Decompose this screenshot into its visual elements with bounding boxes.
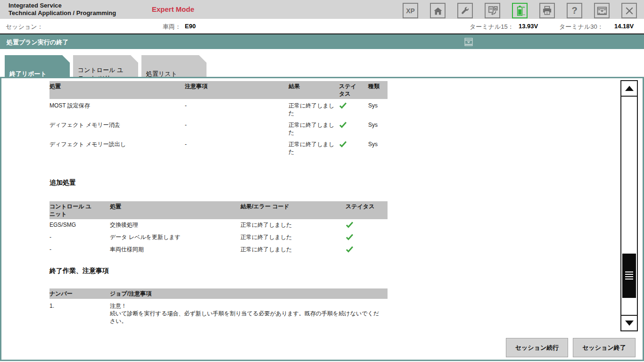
success-check-icon xyxy=(339,141,347,149)
svg-text:+: + xyxy=(522,5,525,9)
col-header-status: ステイ タス xyxy=(339,81,368,99)
type-cell: Sys xyxy=(368,139,388,149)
col-header-number: ナンバー xyxy=(50,288,110,299)
status-cell xyxy=(346,220,388,231)
scroll-up-button[interactable] xyxy=(621,81,637,97)
service-functions-button[interactable] xyxy=(457,3,473,18)
home-icon xyxy=(432,5,444,16)
col-header-measure: 処置 xyxy=(50,81,185,91)
result-cell: 正常に終了しました xyxy=(240,220,346,230)
scrollbar-thumb[interactable] xyxy=(622,254,636,298)
success-check-icon xyxy=(346,246,354,255)
measure-cell: ディフェクト メモリー消去 xyxy=(50,120,185,130)
table-row: 1. 注意！ 続いて診断を実行する場合、必ず新しい手順を割り当てる必要があります… xyxy=(50,299,388,326)
col-header-type: 種類 xyxy=(368,81,388,91)
page-title-bar: 処置プラン実行の終了 xyxy=(0,34,644,49)
switch-display-button[interactable] xyxy=(485,3,500,18)
close-button[interactable] xyxy=(621,3,637,18)
additional-measures-table: コントロール ユ ニット 処置 結果/エラー コード ステイタス EGS/SMG… xyxy=(50,201,388,256)
success-check-icon xyxy=(339,122,347,130)
terminal15-label: ターミナル15： xyxy=(470,23,514,31)
additional-measures-heading: 追加処置 xyxy=(50,179,76,187)
measure-cell: ディフェクト メモリー読出し xyxy=(50,139,185,149)
scroll-down-button[interactable] xyxy=(621,315,637,330)
measure-cell: 交換後処理 xyxy=(110,220,240,230)
unit-cell: - xyxy=(50,244,110,255)
note-cell: - xyxy=(185,100,289,111)
session-label: セッション： xyxy=(6,23,43,31)
vertical-scrollbar[interactable] xyxy=(620,80,638,331)
tab-measures-list[interactable]: 処置リスト xyxy=(141,55,206,77)
measure-cell: MOST 設定保存 xyxy=(50,100,185,111)
collapse-panel-control[interactable] xyxy=(463,37,474,49)
continue-session-button[interactable]: セッション続行 xyxy=(506,338,568,357)
success-check-icon xyxy=(339,102,347,111)
wrench-icon xyxy=(460,5,471,16)
app-title: Integrated Service Technical Application… xyxy=(8,2,116,17)
vehicle-value: E90 xyxy=(185,23,196,30)
terminal30-value: 14.18V xyxy=(614,23,634,30)
expert-mode-label: Expert Mode xyxy=(152,5,194,13)
svg-text:−: − xyxy=(522,12,525,17)
tab-label: 処置リスト xyxy=(146,70,177,77)
tab-bar: 終了リポート コントロール ユ ニット ツリー 処置リスト xyxy=(0,49,644,77)
battery-icon: + − xyxy=(514,4,526,17)
toolbar: XP xyxy=(403,3,637,18)
xp-label: XP xyxy=(406,7,415,15)
table-row: ディフェクト メモリー読出し - 正常に終了しました Sys xyxy=(50,138,388,157)
end-session-button[interactable]: セッション終了 xyxy=(573,338,636,357)
app-title-line2: Technical Application / Programming xyxy=(8,9,116,17)
terminal30-label: ターミナル30： xyxy=(559,23,603,31)
session-status-bar: セッション： 車両： E90 ターミナル15： 13.93V ターミナル30： … xyxy=(0,19,644,34)
vehicle-label: 車両： xyxy=(163,23,181,31)
measure-cell: 車両仕様同期 xyxy=(110,244,240,255)
final-table-header: ナンバー ジョブ/注意事項 xyxy=(50,288,388,299)
number-cell: 1. xyxy=(50,301,110,311)
xp-button[interactable]: XP xyxy=(403,3,418,18)
table-row: ディフェクト メモリー消去 - 正常に終了しました Sys xyxy=(50,118,388,138)
col-header-control-unit: コントロール ユ ニット xyxy=(50,201,110,219)
help-button[interactable]: ? xyxy=(567,3,582,18)
measures-table-header: 処置 注意事項 結果 ステイ タス 種類 xyxy=(50,81,388,99)
help-icon: ? xyxy=(571,5,577,16)
ista-application-window: Integrated Service Technical Application… xyxy=(0,0,644,362)
result-cell: 正常に終了しました xyxy=(289,120,339,138)
col-header-status: ステイタス xyxy=(346,201,388,212)
battery-voltage-button[interactable]: + − xyxy=(512,3,528,18)
result-cell: 正常に終了しました xyxy=(289,100,339,118)
job-note-cell: 注意！ 続いて診断を実行する場合、必ず新しい手順を割り当てる必要があります。既存… xyxy=(110,301,388,326)
terminal15-value: 13.93V xyxy=(519,23,538,30)
status-cell xyxy=(346,232,388,244)
app-title-line1: Integrated Service xyxy=(8,2,116,9)
type-cell: Sys xyxy=(368,120,388,130)
printer-icon xyxy=(541,5,553,16)
arrow-up-icon xyxy=(625,86,634,91)
top-header-bar: Integrated Service Technical Application… xyxy=(0,0,644,19)
table-row: EGS/SMG 交換後処理 正常に終了しました xyxy=(50,219,388,231)
page-title: 処置プラン実行の終了 xyxy=(7,38,68,47)
additional-table-header: コントロール ユ ニット 処置 結果/エラー コード ステイタス xyxy=(50,201,388,219)
col-header-note: 注意事項 xyxy=(185,81,289,91)
final-notes-table: ナンバー ジョブ/注意事項 1. 注意！ 続いて診断を実行する場合、必ず新しい手… xyxy=(50,288,388,326)
col-header-result: 結果 xyxy=(289,81,339,91)
result-cell: 正常に終了しました xyxy=(289,139,339,157)
col-header-result-error: 結果/エラー コード xyxy=(240,201,346,212)
tab-label: 終了リポート xyxy=(9,70,47,77)
measure-cell: データ レベルを更新します xyxy=(110,232,240,242)
final-work-heading: 終了作業、注意事項 xyxy=(50,267,109,275)
status-cell xyxy=(339,120,368,132)
tab-control-unit-tree[interactable]: コントロール ユ ニット ツリー xyxy=(73,55,138,77)
table-row: - データ レベルを更新します 正常に終了しました xyxy=(50,231,388,244)
unit-cell: - xyxy=(50,232,110,242)
result-cell: 正常に終了しました xyxy=(240,244,346,255)
tab-final-report[interactable]: 終了リポート xyxy=(5,55,70,77)
window-shade-button[interactable] xyxy=(594,3,610,18)
unit-cell: EGS/SMG xyxy=(50,220,110,230)
result-cell: 正常に終了しました xyxy=(240,232,346,242)
home-button[interactable] xyxy=(430,3,446,18)
type-cell: Sys xyxy=(368,100,388,111)
note-cell: - xyxy=(185,120,289,130)
success-check-icon xyxy=(346,234,354,242)
success-check-icon xyxy=(346,222,354,230)
print-button[interactable] xyxy=(539,3,555,18)
